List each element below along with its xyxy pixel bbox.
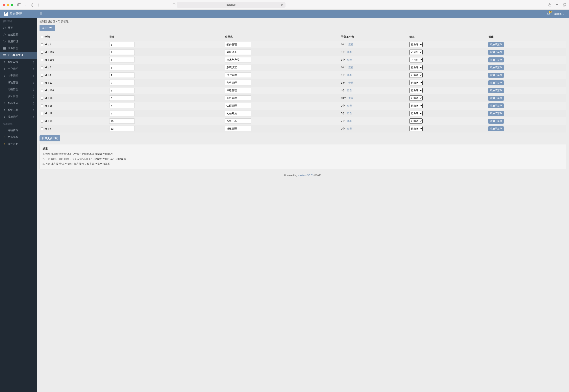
row-checkbox[interactable]: [41, 43, 43, 46]
name-input[interactable]: [225, 72, 251, 78]
row-checkbox[interactable]: [41, 120, 43, 123]
sidebar-item[interactable]: 后台导航管理: [0, 52, 37, 59]
add-sub-button[interactable]: 添加子菜单: [488, 57, 504, 62]
batch-update-button[interactable]: 批量更新导航: [40, 135, 60, 141]
sidebar-item[interactable]: 用户管理❮: [0, 66, 37, 72]
back-icon[interactable]: ❮: [30, 3, 34, 7]
sidebar-item[interactable]: 评论管理❮: [0, 79, 37, 86]
add-sub-button[interactable]: 添加子菜单: [488, 126, 504, 131]
view-link[interactable]: 查看: [347, 58, 352, 61]
name-input[interactable]: [225, 88, 251, 93]
user-menu[interactable]: admin ⌄: [554, 12, 565, 15]
name-input[interactable]: [225, 57, 251, 62]
status-select[interactable]: 已激活 不可见: [409, 80, 423, 85]
sidebar-toggle-icon[interactable]: [17, 3, 21, 7]
logo[interactable]: 后台管理: [0, 10, 37, 18]
row-checkbox[interactable]: [41, 127, 43, 130]
add-sub-button[interactable]: 添加子菜单: [488, 50, 504, 55]
chevron-down-icon[interactable]: ⌄: [24, 3, 28, 7]
row-checkbox[interactable]: [41, 89, 43, 92]
sidebar-item[interactable]: 系统工具❮: [0, 107, 37, 113]
view-link[interactable]: 查看: [347, 89, 352, 92]
view-link[interactable]: 查看: [349, 97, 353, 99]
row-checkbox[interactable]: [41, 59, 43, 61]
add-sub-button[interactable]: 添加子菜单: [488, 42, 504, 47]
reload-icon[interactable]: ↻: [280, 3, 283, 7]
maximize-icon[interactable]: [11, 4, 13, 6]
close-icon[interactable]: [3, 4, 5, 6]
sidebar-item[interactable]: 系统设置❮: [0, 59, 37, 66]
view-link[interactable]: 查看: [349, 81, 353, 84]
name-input[interactable]: [225, 111, 251, 116]
breadcrumb-home[interactable]: 控制面板首页: [40, 20, 55, 23]
sort-input[interactable]: [109, 111, 135, 116]
name-input[interactable]: [225, 126, 251, 131]
row-checkbox[interactable]: [41, 82, 43, 84]
sidebar-item[interactable]: 内容管理❮: [0, 72, 37, 79]
row-checkbox[interactable]: [41, 51, 43, 54]
view-link[interactable]: 查看: [349, 66, 353, 69]
sort-input[interactable]: [109, 126, 135, 131]
sidebar-item[interactable]: 认证管理❮: [0, 93, 37, 100]
sidebar-item[interactable]: 高级管理❮: [0, 86, 37, 93]
row-checkbox[interactable]: [41, 66, 43, 69]
sidebar-item[interactable]: 更新缓存: [0, 134, 37, 140]
view-link[interactable]: 查看: [347, 104, 352, 107]
view-link[interactable]: 查看: [347, 112, 352, 115]
sort-input[interactable]: [109, 118, 135, 124]
share-icon[interactable]: [548, 3, 552, 7]
add-sub-button[interactable]: 添加子菜单: [488, 103, 504, 108]
add-sub-button[interactable]: 添加子菜单: [488, 119, 504, 124]
forward-icon[interactable]: ❯: [37, 3, 40, 7]
name-input[interactable]: [225, 96, 251, 101]
name-input[interactable]: [225, 50, 251, 55]
sort-input[interactable]: [109, 42, 135, 47]
sidebar-item[interactable]: 在线更新: [0, 31, 37, 38]
status-select[interactable]: 已激活 不可见: [409, 72, 423, 78]
add-nav-button[interactable]: 添加导航: [40, 25, 55, 31]
sort-input[interactable]: [109, 72, 135, 78]
sidebar-item[interactable]: 应用市场: [0, 38, 37, 45]
name-input[interactable]: [225, 80, 251, 85]
row-checkbox[interactable]: [41, 74, 43, 77]
status-select[interactable]: 已激活 不可见: [409, 88, 423, 93]
minimize-icon[interactable]: [7, 4, 9, 6]
sort-input[interactable]: [109, 65, 135, 70]
status-select[interactable]: 已激活 不可见: [409, 118, 423, 124]
notification-button[interactable]: 0: [547, 12, 550, 16]
tabs-icon[interactable]: [563, 3, 566, 7]
sidebar-item[interactable]: 网站首页: [0, 127, 37, 134]
add-sub-button[interactable]: 添加子菜单: [488, 73, 504, 78]
status-select[interactable]: 已激活 不可见: [409, 42, 423, 47]
view-link[interactable]: 查看: [349, 43, 353, 46]
status-select[interactable]: 已激活 不可见: [409, 96, 423, 101]
add-sub-button[interactable]: 添加子菜单: [488, 65, 504, 70]
view-link[interactable]: 查看: [347, 127, 352, 130]
view-link[interactable]: 查看: [347, 74, 352, 77]
status-select[interactable]: 已激活 不可见: [409, 50, 423, 55]
sidebar-item[interactable]: 插件管理: [0, 45, 37, 52]
view-link[interactable]: 查看: [347, 120, 352, 123]
sort-input[interactable]: [109, 50, 135, 55]
add-sub-button[interactable]: 添加子菜单: [488, 88, 504, 93]
status-select[interactable]: 已激活 不可见: [409, 65, 423, 70]
add-sub-button[interactable]: 添加子菜单: [488, 111, 504, 116]
shield-icon[interactable]: [172, 3, 176, 7]
status-select[interactable]: 已激活 不可见: [409, 57, 423, 62]
sort-input[interactable]: [109, 80, 135, 85]
status-select[interactable]: 已激活 不可见: [409, 103, 423, 108]
row-checkbox[interactable]: [41, 112, 43, 115]
menu-toggle-icon[interactable]: ☰: [40, 12, 42, 16]
sidebar-item[interactable]: 官方求助: [0, 140, 37, 147]
sidebar-item[interactable]: 首页: [0, 24, 37, 31]
name-input[interactable]: [225, 65, 251, 70]
view-link[interactable]: 查看: [347, 51, 352, 54]
footer-product-link[interactable]: whatsns V6.03: [298, 174, 314, 177]
row-checkbox[interactable]: [41, 105, 43, 107]
add-sub-button[interactable]: 添加子菜单: [488, 80, 504, 85]
sort-input[interactable]: [109, 96, 135, 101]
name-input[interactable]: [225, 103, 251, 108]
select-all-checkbox[interactable]: [41, 36, 43, 38]
sort-input[interactable]: [109, 88, 135, 93]
sidebar-item[interactable]: 模板管理❮: [0, 113, 37, 120]
